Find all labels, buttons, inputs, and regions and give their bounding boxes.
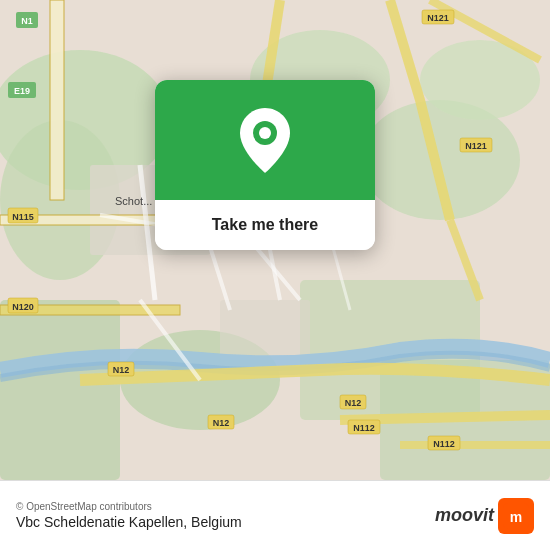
bottom-info: © OpenStreetMap contributors Vbc Schelde…	[16, 501, 242, 530]
svg-text:N121: N121	[427, 13, 449, 23]
svg-text:Schot...: Schot...	[115, 195, 152, 207]
location-pin-icon	[240, 108, 290, 173]
place-name-text: Vbc Scheldenatie Kapellen, Belgium	[16, 514, 242, 530]
map-container: N1 E19 N115 N120 N12 N12 N12 N112 N112 N…	[0, 0, 550, 480]
attribution-text: © OpenStreetMap contributors	[16, 501, 242, 512]
moovit-bus-icon: m	[503, 503, 529, 529]
svg-text:N112: N112	[353, 423, 375, 433]
svg-rect-3	[0, 300, 120, 480]
svg-text:N112: N112	[433, 439, 455, 449]
svg-text:N12: N12	[345, 398, 362, 408]
svg-text:E19: E19	[14, 86, 30, 96]
svg-text:N12: N12	[113, 365, 130, 375]
take-me-there-button[interactable]: Take me there	[155, 200, 375, 250]
svg-text:N121: N121	[465, 141, 487, 151]
svg-text:N12: N12	[213, 418, 230, 428]
svg-rect-12	[50, 0, 64, 200]
popup-card[interactable]: Take me there	[155, 80, 375, 250]
svg-text:N115: N115	[12, 212, 34, 222]
svg-text:m: m	[510, 509, 522, 525]
svg-text:N1: N1	[21, 16, 33, 26]
svg-point-39	[259, 127, 271, 139]
moovit-logo: moovit m	[435, 498, 534, 534]
bottom-bar: © OpenStreetMap contributors Vbc Schelde…	[0, 480, 550, 550]
moovit-text: moovit	[435, 505, 494, 526]
svg-text:N120: N120	[12, 302, 34, 312]
moovit-icon: m	[498, 498, 534, 534]
svg-rect-11	[220, 300, 310, 360]
popup-header	[155, 80, 375, 200]
